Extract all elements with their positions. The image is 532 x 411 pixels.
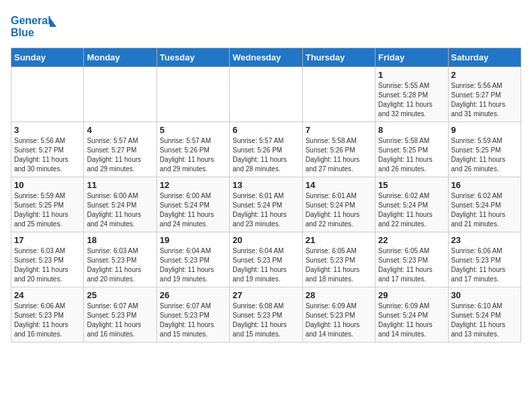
calendar-cell: 16Sunrise: 6:02 AM Sunset: 5:24 PM Dayli…	[448, 177, 521, 232]
weekday-header: Sunday	[11, 48, 84, 67]
svg-text:Blue: Blue	[11, 27, 34, 38]
day-info: Sunrise: 5:55 AM Sunset: 5:28 PM Dayligh…	[378, 81, 445, 119]
day-info: Sunrise: 6:03 AM Sunset: 5:23 PM Dayligh…	[87, 246, 153, 284]
calendar-cell: 7Sunrise: 5:58 AM Sunset: 5:26 PM Daylig…	[302, 122, 375, 177]
day-info: Sunrise: 6:03 AM Sunset: 5:23 PM Dayligh…	[14, 246, 81, 284]
day-number: 13	[232, 180, 299, 190]
day-info: Sunrise: 6:01 AM Sunset: 5:24 PM Dayligh…	[232, 191, 299, 229]
calendar-cell: 4Sunrise: 5:57 AM Sunset: 5:27 PM Daylig…	[84, 122, 157, 177]
day-number: 22	[378, 235, 445, 245]
day-info: Sunrise: 5:59 AM Sunset: 5:25 PM Dayligh…	[451, 136, 518, 174]
day-info: Sunrise: 6:09 AM Sunset: 5:23 PM Dayligh…	[306, 302, 372, 339]
calendar-cell: 2Sunrise: 5:56 AM Sunset: 5:27 PM Daylig…	[448, 67, 521, 122]
calendar-week-row: 17Sunrise: 6:03 AM Sunset: 5:23 PM Dayli…	[11, 232, 521, 287]
day-number: 3	[14, 125, 81, 135]
calendar-cell: 27Sunrise: 6:08 AM Sunset: 5:23 PM Dayli…	[230, 287, 302, 342]
day-number: 14	[306, 180, 372, 190]
calendar-cell: 20Sunrise: 6:04 AM Sunset: 5:23 PM Dayli…	[230, 232, 302, 287]
calendar-cell: 15Sunrise: 6:02 AM Sunset: 5:24 PM Dayli…	[375, 177, 448, 232]
calendar-week-row: 10Sunrise: 5:59 AM Sunset: 5:25 PM Dayli…	[11, 177, 521, 232]
calendar-cell: 19Sunrise: 6:04 AM Sunset: 5:23 PM Dayli…	[157, 232, 229, 287]
calendar-week-row: 24Sunrise: 6:06 AM Sunset: 5:23 PM Dayli…	[11, 287, 521, 342]
calendar-week-row: 1Sunrise: 5:55 AM Sunset: 5:28 PM Daylig…	[11, 67, 521, 122]
calendar-cell: 22Sunrise: 6:05 AM Sunset: 5:23 PM Dayli…	[375, 232, 448, 287]
calendar-cell	[157, 67, 229, 122]
day-number: 26	[160, 290, 226, 300]
weekday-header-row: SundayMondayTuesdayWednesdayThursdayFrid…	[11, 48, 521, 67]
svg-text:General: General	[11, 15, 51, 26]
calendar-cell	[11, 67, 84, 122]
weekday-header: Saturday	[448, 48, 521, 67]
day-number: 12	[160, 180, 226, 190]
day-info: Sunrise: 6:02 AM Sunset: 5:24 PM Dayligh…	[378, 191, 445, 229]
day-info: Sunrise: 5:56 AM Sunset: 5:27 PM Dayligh…	[451, 81, 518, 119]
day-info: Sunrise: 6:07 AM Sunset: 5:23 PM Dayligh…	[160, 302, 226, 339]
day-info: Sunrise: 5:57 AM Sunset: 5:27 PM Dayligh…	[87, 136, 153, 174]
calendar-cell: 13Sunrise: 6:01 AM Sunset: 5:24 PM Dayli…	[230, 177, 302, 232]
weekday-header: Tuesday	[157, 48, 229, 67]
day-number: 5	[160, 125, 226, 135]
day-info: Sunrise: 6:06 AM Sunset: 5:23 PM Dayligh…	[451, 246, 518, 284]
calendar-cell: 25Sunrise: 6:07 AM Sunset: 5:23 PM Dayli…	[84, 287, 157, 342]
logo-svg: GeneralBlue	[11, 11, 58, 41]
day-number: 19	[160, 235, 226, 245]
weekday-header: Thursday	[302, 48, 375, 67]
calendar-cell: 1Sunrise: 5:55 AM Sunset: 5:28 PM Daylig…	[375, 67, 448, 122]
calendar-cell: 23Sunrise: 6:06 AM Sunset: 5:23 PM Dayli…	[448, 232, 521, 287]
day-number: 6	[232, 125, 299, 135]
day-info: Sunrise: 5:57 AM Sunset: 5:26 PM Dayligh…	[160, 136, 226, 174]
day-number: 25	[87, 290, 153, 300]
day-info: Sunrise: 6:06 AM Sunset: 5:23 PM Dayligh…	[14, 302, 81, 339]
day-info: Sunrise: 6:01 AM Sunset: 5:24 PM Dayligh…	[306, 191, 372, 229]
calendar-cell: 26Sunrise: 6:07 AM Sunset: 5:23 PM Dayli…	[157, 287, 229, 342]
calendar-cell	[302, 67, 375, 122]
day-info: Sunrise: 5:59 AM Sunset: 5:25 PM Dayligh…	[14, 191, 81, 229]
weekday-header: Friday	[375, 48, 448, 67]
calendar-cell: 11Sunrise: 6:00 AM Sunset: 5:24 PM Dayli…	[84, 177, 157, 232]
calendar-cell: 3Sunrise: 5:56 AM Sunset: 5:27 PM Daylig…	[11, 122, 84, 177]
day-info: Sunrise: 6:04 AM Sunset: 5:23 PM Dayligh…	[232, 246, 299, 284]
day-number: 7	[306, 125, 372, 135]
day-number: 2	[451, 70, 518, 80]
calendar-table: SundayMondayTuesdayWednesdayThursdayFrid…	[11, 48, 521, 342]
day-number: 16	[451, 180, 518, 190]
day-info: Sunrise: 6:00 AM Sunset: 5:24 PM Dayligh…	[87, 191, 153, 229]
day-number: 21	[306, 235, 372, 245]
calendar-cell: 9Sunrise: 5:59 AM Sunset: 5:25 PM Daylig…	[448, 122, 521, 177]
calendar-cell: 5Sunrise: 5:57 AM Sunset: 5:26 PM Daylig…	[157, 122, 229, 177]
day-number: 18	[87, 235, 153, 245]
day-info: Sunrise: 6:05 AM Sunset: 5:23 PM Dayligh…	[378, 246, 445, 284]
day-info: Sunrise: 6:05 AM Sunset: 5:23 PM Dayligh…	[306, 246, 372, 284]
day-number: 28	[306, 290, 372, 300]
day-number: 17	[14, 235, 81, 245]
day-info: Sunrise: 6:08 AM Sunset: 5:23 PM Dayligh…	[232, 302, 299, 339]
calendar-cell: 12Sunrise: 6:00 AM Sunset: 5:24 PM Dayli…	[157, 177, 229, 232]
page-header: GeneralBlue	[11, 11, 521, 41]
day-number: 1	[378, 70, 445, 80]
weekday-header: Monday	[84, 48, 157, 67]
day-number: 20	[232, 235, 299, 245]
day-number: 29	[378, 290, 445, 300]
calendar-cell: 30Sunrise: 6:10 AM Sunset: 5:24 PM Dayli…	[448, 287, 521, 342]
calendar-cell: 18Sunrise: 6:03 AM Sunset: 5:23 PM Dayli…	[84, 232, 157, 287]
calendar-cell: 6Sunrise: 5:57 AM Sunset: 5:26 PM Daylig…	[230, 122, 302, 177]
weekday-header: Wednesday	[230, 48, 302, 67]
day-info: Sunrise: 5:57 AM Sunset: 5:26 PM Dayligh…	[232, 136, 299, 174]
calendar-cell: 17Sunrise: 6:03 AM Sunset: 5:23 PM Dayli…	[11, 232, 84, 287]
day-info: Sunrise: 6:09 AM Sunset: 5:24 PM Dayligh…	[378, 302, 445, 339]
day-info: Sunrise: 5:56 AM Sunset: 5:27 PM Dayligh…	[14, 136, 81, 174]
day-info: Sunrise: 6:04 AM Sunset: 5:23 PM Dayligh…	[160, 246, 226, 284]
calendar-cell: 8Sunrise: 5:58 AM Sunset: 5:25 PM Daylig…	[375, 122, 448, 177]
day-number: 8	[378, 125, 445, 135]
calendar-cell: 28Sunrise: 6:09 AM Sunset: 5:23 PM Dayli…	[302, 287, 375, 342]
calendar-cell	[84, 67, 157, 122]
day-info: Sunrise: 6:00 AM Sunset: 5:24 PM Dayligh…	[160, 191, 226, 229]
day-info: Sunrise: 5:58 AM Sunset: 5:26 PM Dayligh…	[306, 136, 372, 174]
day-number: 11	[87, 180, 153, 190]
day-number: 30	[451, 290, 518, 300]
day-number: 15	[378, 180, 445, 190]
logo: GeneralBlue	[11, 11, 58, 41]
calendar-cell: 10Sunrise: 5:59 AM Sunset: 5:25 PM Dayli…	[11, 177, 84, 232]
day-info: Sunrise: 5:58 AM Sunset: 5:25 PM Dayligh…	[378, 136, 445, 174]
day-number: 24	[14, 290, 81, 300]
